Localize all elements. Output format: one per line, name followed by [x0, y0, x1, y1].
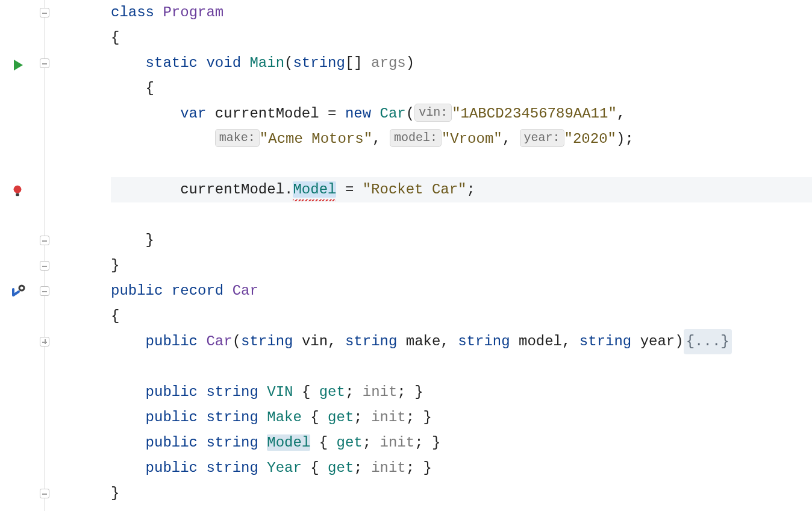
string-literal: "Vroom" [442, 131, 502, 147]
code-line[interactable]: public Car(string vin, string make, stri… [111, 329, 812, 354]
code-line[interactable]: } [111, 481, 812, 506]
code-line[interactable]: var currentModel = new Car(vin:"1ABCD234… [111, 101, 812, 127]
fold-handle-icon[interactable] [40, 489, 49, 498]
property-decl: Model [267, 434, 310, 451]
svg-rect-2 [16, 193, 19, 196]
accessor-init: init [371, 409, 406, 425]
fold-handle-icon[interactable] [40, 8, 49, 17]
identifier: currentModel [215, 105, 319, 122]
svg-marker-0 [14, 60, 23, 71]
brace-open: { [111, 30, 119, 46]
code-line-current[interactable]: currentModel.Model = "Rocket Car"; [111, 177, 812, 202]
brace-close: } [146, 232, 154, 248]
inlay-hint: year: [520, 129, 564, 147]
fold-handle-collapsed-icon[interactable] [40, 337, 49, 346]
brace-close: } [111, 257, 119, 274]
code-line[interactable]: } [111, 228, 812, 253]
svg-point-1 [14, 186, 22, 193]
fold-handle-icon[interactable] [40, 58, 49, 68]
accessor-init: init [380, 434, 415, 451]
param-name: model [519, 333, 562, 350]
fold-handle-icon[interactable] [40, 286, 49, 296]
gutter [0, 0, 36, 511]
string-literal: "Rocket Car" [363, 181, 467, 198]
keyword-class: class [111, 4, 154, 20]
inspection-marker-icon[interactable] [11, 284, 25, 299]
param-name: vin [302, 333, 328, 350]
brackets: [] [345, 55, 363, 71]
accessor-init: init [363, 384, 398, 400]
accessor-get: get [319, 384, 345, 400]
type-name: Car [233, 283, 258, 299]
inlay-hint: make: [215, 129, 260, 147]
code-line[interactable]: public string Year { get; init; } [111, 456, 812, 481]
fold-handle-icon[interactable] [40, 261, 49, 271]
code-area[interactable]: class Program { static void Main(string[… [72, 0, 812, 511]
accessor-get: get [328, 409, 354, 425]
keyword-public: public [111, 283, 163, 299]
keyword-record: record [172, 283, 223, 299]
code-line-blank[interactable] [111, 202, 812, 228]
param-args: args [371, 55, 406, 71]
keyword-new: new [345, 105, 371, 122]
keyword-public: public [146, 333, 198, 350]
code-line[interactable]: public string VIN { get; init; } [111, 380, 812, 405]
brace-close: } [111, 485, 119, 501]
keyword-string: string [293, 55, 345, 71]
type-ref: Car [380, 105, 406, 122]
accessor-get: get [328, 460, 354, 476]
string-literal: "1ABCD23456789AA11" [452, 105, 617, 122]
code-editor[interactable]: class Program { static void Main(string[… [0, 0, 812, 511]
error-token: Model [293, 177, 336, 202]
keyword-var: var [180, 105, 206, 122]
code-line[interactable]: public string Model { get; init; } [111, 430, 812, 456]
fold-column [36, 0, 72, 511]
code-line-blank[interactable] [111, 354, 812, 380]
property-ref: Model [293, 181, 336, 198]
code-line[interactable]: class Program [111, 0, 812, 25]
property-decl: Make [267, 409, 302, 425]
code-line[interactable]: public string Make { get; init; } [111, 405, 812, 430]
code-line-blank[interactable] [111, 152, 812, 177]
code-line[interactable]: make:"Acme Motors", model:"Vroom", year:… [111, 127, 812, 152]
type-name: Program [163, 4, 223, 20]
string-literal: "Acme Motors" [260, 131, 372, 147]
accessor-init: init [371, 460, 406, 476]
param-name: make [406, 333, 441, 350]
code-line[interactable]: { [111, 76, 812, 101]
param-name: year [640, 333, 675, 350]
code-line[interactable]: { [111, 25, 812, 51]
method-name: Main [249, 55, 284, 71]
brace-open: { [146, 80, 154, 96]
keyword-static: static [146, 55, 198, 71]
keyword-void: void [206, 55, 241, 71]
lightbulb-icon[interactable] [11, 184, 25, 199]
constructor-name: Car [206, 333, 232, 350]
property-decl: VIN [267, 384, 293, 400]
inlay-hint: model: [390, 129, 442, 147]
code-line[interactable]: { [111, 304, 812, 329]
fold-placeholder[interactable]: {...} [684, 329, 732, 354]
code-line[interactable]: } [111, 253, 812, 278]
string-literal: "2020" [564, 131, 616, 147]
svg-point-3 [19, 286, 24, 290]
accessor-get: get [337, 434, 363, 451]
brace-open: { [111, 308, 119, 324]
run-icon[interactable] [11, 58, 25, 72]
code-line[interactable]: static void Main(string[] args) [111, 51, 812, 76]
inlay-hint: vin: [414, 104, 452, 122]
property-decl: Year [267, 460, 302, 476]
code-line[interactable]: public record Car [111, 278, 812, 304]
fold-handle-icon[interactable] [40, 236, 49, 245]
identifier: currentModel [180, 181, 284, 198]
